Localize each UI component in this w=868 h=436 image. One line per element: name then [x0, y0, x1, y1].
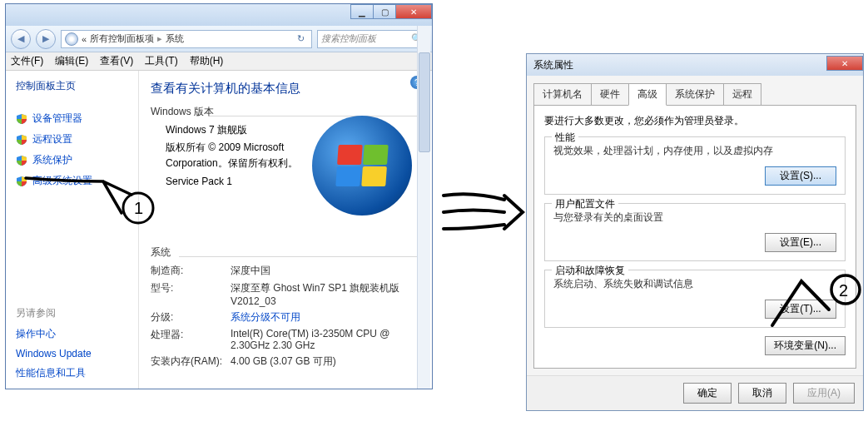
menu-tools[interactable]: 工具(T)	[145, 54, 177, 68]
svg-text:2: 2	[839, 281, 848, 300]
address-icon	[65, 32, 78, 46]
row-ram: 安装内存(RAM): 4.00 GB (3.07 GB 可用)	[151, 354, 420, 369]
prof-desc: 与您登录有关的桌面设置	[553, 211, 836, 225]
annotation-step1: 1	[22, 163, 155, 230]
annotation-step2: 2	[764, 271, 864, 338]
nav-forward-button[interactable]: ▶	[36, 29, 56, 49]
titlebar: ▁ ▢ ✕	[6, 4, 432, 26]
env-vars-button[interactable]: 环境变量(N)...	[765, 336, 846, 355]
cpu-value: Intel(R) Core(TM) i3-2350M CPU @ 2.30GHz…	[231, 328, 420, 351]
mfg-label: 制造商:	[151, 264, 231, 278]
cancel-button[interactable]: 取消	[738, 383, 786, 404]
maximize-button[interactable]: ▢	[373, 4, 396, 19]
group-performance: 性能 视觉效果，处理器计划，内存使用，以及虚拟内存 设置(S)...	[544, 136, 846, 195]
perf-legend: 性能	[552, 131, 578, 145]
perf-desc: 视觉效果，处理器计划，内存使用，以及虚拟内存	[553, 144, 836, 158]
model-label: 型号:	[151, 281, 231, 307]
search-placeholder: 搜索控制面板	[321, 32, 376, 45]
prof-legend: 用户配置文件	[552, 197, 618, 211]
dialog-title: 系统属性	[533, 58, 573, 72]
breadcrumb-sep: ▸	[157, 33, 162, 44]
model-value: 深度至尊 Ghost Win7 SP1 旗舰装机版 V2012_03	[231, 281, 420, 307]
row-cpu: 处理器: Intel(R) Core(TM) i3-2350M CPU @ 2.…	[151, 328, 420, 351]
tab-hardware[interactable]: 硬件	[591, 83, 629, 106]
mfg-value: 深度中国	[231, 264, 420, 278]
tabstrip: 计算机名 硬件 高级 系统保护 远程	[533, 82, 856, 105]
tab-advanced[interactable]: 高级	[628, 83, 667, 106]
sidebar-item-device-manager[interactable]: 设备管理器	[16, 111, 128, 126]
tab-computer-name[interactable]: 计算机名	[533, 83, 592, 106]
body: 控制面板主页 设备管理器 远程设置 系统保护 高级系统设置 另请参阅 操作中心 …	[6, 71, 432, 389]
menu-file[interactable]: 文件(F)	[11, 54, 43, 68]
page-title: 查看有关计算机的基本信息	[151, 81, 420, 97]
shield-icon	[16, 134, 27, 146]
sidebar-item-remote[interactable]: 远程设置	[16, 132, 128, 146]
seealso-windows-update[interactable]: Windows Update	[16, 348, 128, 359]
main-pane: ? 查看有关计算机的基本信息 Windows 版本 Windows 7 旗舰版 …	[139, 71, 432, 389]
seealso-title: 另请参阅	[16, 306, 128, 320]
minimize-button[interactable]: ▁	[350, 4, 374, 19]
row-model: 型号: 深度至尊 Ghost Win7 SP1 旗舰装机版 V2012_03	[151, 281, 420, 307]
seealso-action-center[interactable]: 操作中心	[16, 327, 128, 341]
windows-logo-icon	[312, 116, 412, 216]
perf-settings-button[interactable]: 设置(S)...	[765, 166, 836, 186]
menu-bar: 文件(F) 编辑(E) 查看(V) 工具(T) 帮助(H)	[6, 52, 432, 71]
sidebar-item-label: 设备管理器	[32, 111, 82, 126]
ok-button[interactable]: 确定	[683, 383, 732, 404]
menu-help[interactable]: 帮助(H)	[190, 54, 224, 68]
address-bar[interactable]: « 所有控制面板项 ▸ 系统 ↻	[61, 30, 312, 48]
svg-text:1: 1	[134, 199, 143, 217]
tab-remote[interactable]: 远程	[723, 83, 761, 106]
row-mfg: 制造商: 深度中国	[151, 264, 420, 278]
breadcrumb-seg1[interactable]: 所有控制面板项	[90, 32, 154, 45]
sidebar: 控制面板主页 设备管理器 远程设置 系统保护 高级系统设置 另请参阅 操作中心 …	[6, 71, 139, 389]
prof-settings-button[interactable]: 设置(E)...	[765, 233, 836, 252]
sidebar-home[interactable]: 控制面板主页	[16, 79, 128, 93]
dialog-close-button[interactable]: ✕	[826, 56, 863, 71]
dialog-buttons: 确定 取消 应用(A)	[527, 375, 863, 410]
nav-bar: ◀ ▶ « 所有控制面板项 ▸ 系统 ↻ 搜索控制面板 🔍	[6, 26, 432, 52]
breadcrumb-prefix: «	[82, 34, 87, 44]
annotation-arrow	[439, 166, 531, 258]
startup-legend: 启动和故障恢复	[552, 264, 628, 278]
row-rating: 分级: 系统分级不可用	[151, 310, 420, 325]
admin-note: 要进行大多数更改，您必须作为管理员登录。	[544, 114, 846, 128]
system-properties-dialog: 系统属性 ✕ 计算机名 硬件 高级 系统保护 远程 要进行大多数更改，您必须作为…	[526, 53, 864, 411]
rating-label: 分级:	[151, 310, 231, 325]
shield-icon	[16, 113, 27, 125]
refresh-icon[interactable]: ↻	[293, 32, 308, 47]
rating-value[interactable]: 系统分级不可用	[231, 310, 420, 325]
tab-system-protection[interactable]: 系统保护	[666, 83, 724, 106]
search-input[interactable]: 搜索控制面板 🔍	[317, 30, 427, 48]
group-user-profile: 用户配置文件 与您登录有关的桌面设置 设置(E)...	[544, 203, 846, 261]
ram-label: 安装内存(RAM):	[151, 354, 231, 369]
flag-icon	[335, 145, 388, 186]
nav-back-button[interactable]: ◀	[11, 29, 31, 49]
system-section: 系统 制造商: 深度中国 型号: 深度至尊 Ghost Win7 SP1 旗舰装…	[151, 245, 420, 369]
apply-button[interactable]: 应用(A)	[793, 383, 855, 404]
sidebar-item-label: 远程设置	[32, 132, 72, 146]
dialog-titlebar: 系统属性 ✕	[527, 54, 863, 76]
edition-legend: Windows 版本	[151, 105, 420, 119]
menu-edit[interactable]: 编辑(E)	[55, 54, 88, 68]
menu-view[interactable]: 查看(V)	[100, 54, 133, 68]
scrollbar-thumb[interactable]	[419, 52, 430, 152]
window-controls: ▁ ▢ ✕	[351, 4, 432, 19]
breadcrumb-seg2[interactable]: 系统	[166, 32, 184, 45]
env-row: 环境变量(N)...	[544, 336, 846, 355]
seealso-perf-tools[interactable]: 性能信息和工具	[16, 366, 128, 380]
close-button[interactable]: ✕	[395, 4, 432, 19]
system-legend: 系统	[151, 245, 420, 260]
cpu-label: 处理器:	[151, 328, 231, 351]
ram-value: 4.00 GB (3.07 GB 可用)	[231, 354, 420, 369]
